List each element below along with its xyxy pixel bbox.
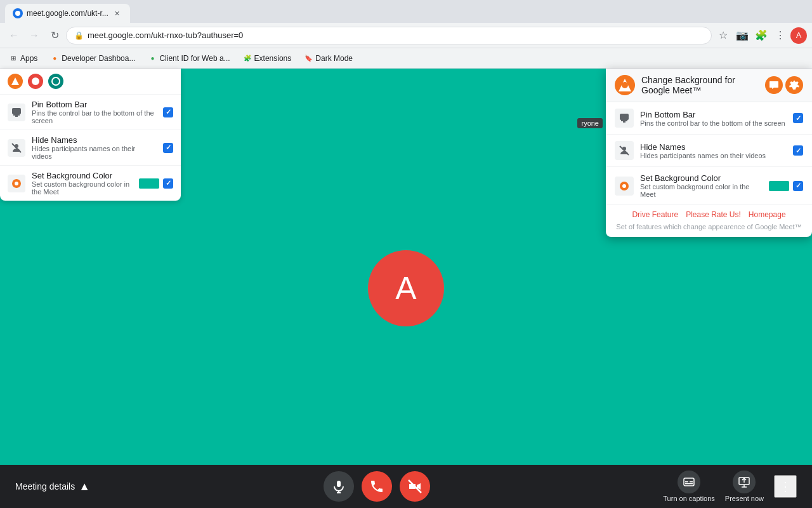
lp-hide-names-checkbox[interactable] <box>163 143 173 153</box>
svg-rect-5 <box>13 114 20 116</box>
video-button[interactable] <box>400 471 430 502</box>
bookmark-apps-label: Apps <box>20 54 37 63</box>
ext-chat-icon-btn[interactable] <box>765 76 783 94</box>
ext-header-icons <box>765 76 803 94</box>
lp-bg-desc: Set custom background color in the Meet <box>32 180 133 196</box>
present-now-label: Present now <box>725 495 764 502</box>
participant-tooltip: ryone <box>577 118 603 128</box>
lock-icon: 🔒 <box>74 31 84 40</box>
lp-bg-text: Set Background Color Set custom backgrou… <box>32 171 133 196</box>
ext-header: Change Background for Google Meet™ <box>606 69 812 102</box>
svg-rect-6 <box>15 116 18 117</box>
avatar-letter: A <box>395 270 416 307</box>
tab-close-btn[interactable]: ✕ <box>112 8 122 18</box>
media-button[interactable]: 📷 <box>733 27 751 44</box>
ext-hide-names-row: Hide Names Hides participants names on t… <box>606 135 812 167</box>
homepage-link[interactable]: Homepage <box>749 210 786 219</box>
bottom-left: Meeting details ▲ <box>15 480 90 493</box>
drive-feature-link[interactable]: Drive Feature <box>632 210 678 219</box>
extensions-button[interactable]: 🧩 <box>752 27 770 44</box>
lp-icon-red[interactable] <box>28 74 43 89</box>
bottom-control-bar: Meeting details ▲ <box>0 465 812 508</box>
ext-hide-names-checkbox[interactable] <box>793 145 803 156</box>
ext-bg-icon <box>615 177 634 196</box>
browser-frame: meet.google.com/ukt-r... ✕ ← → ↻ 🔒 meet.… <box>0 0 812 69</box>
bookmark-dark-mode[interactable]: 🔖 Dark Mode <box>300 53 357 64</box>
address-bar: ← → ↻ 🔒 meet.google.com/ukt-rnxo-tub?aut… <box>0 23 812 48</box>
chrome-menu-button[interactable]: ⋮ <box>771 27 789 44</box>
svg-rect-18 <box>690 481 693 483</box>
lp-bg-checkbox[interactable] <box>163 178 173 189</box>
ext-pin-desc: Pins the control bar to the bottom of th… <box>640 119 787 127</box>
ext-footer-desc: Set of features which change appearence … <box>606 222 812 237</box>
extension-popup: Change Background for Google Meet™ Pin B… <box>606 69 812 237</box>
present-now-button[interactable]: Present now <box>725 471 764 502</box>
lp-bg-title: Set Background Color <box>32 171 133 180</box>
forward-button: → <box>25 27 43 44</box>
ext-bg-color-row: Set Background Color Set custom backgrou… <box>606 167 812 205</box>
ext-bg-checkbox[interactable] <box>793 181 803 191</box>
svg-rect-16 <box>685 481 688 483</box>
ext-hide-names-icon <box>615 141 634 160</box>
lp-pin-icon <box>8 104 25 121</box>
avatar-circle: A <box>368 250 444 326</box>
bookmark-extensions-label: Extensions <box>254 54 292 63</box>
svg-rect-17 <box>685 483 693 485</box>
profile-avatar[interactable]: A <box>790 27 807 44</box>
svg-point-0 <box>15 11 20 16</box>
main-content: Pin Bottom Bar Pins the control bar to t… <box>0 69 812 508</box>
url-bar[interactable]: 🔒 meet.google.com/ukt-rnxo-tub?authuser=… <box>66 27 712 44</box>
bookmark-apps[interactable]: ⊞ Apps <box>5 53 41 64</box>
bookmark-developer[interactable]: ● Developer Dashboa... <box>46 53 139 64</box>
lp-hide-names-icon <box>8 139 25 157</box>
svg-rect-11 <box>337 481 341 487</box>
tab-favicon <box>13 8 23 18</box>
mic-icon <box>332 479 346 493</box>
lp-hide-names-text: Hide Names Hides participants names on t… <box>32 135 157 160</box>
svg-rect-25 <box>620 114 629 120</box>
bookmark-extensions[interactable]: 🧩 Extensions <box>239 53 296 64</box>
svg-rect-4 <box>12 108 21 114</box>
bookmark-client-id[interactable]: ● Client ID for Web a... <box>144 53 233 64</box>
captions-button[interactable]: Turn on captions <box>663 471 715 502</box>
ext-pin-text: Pin Bottom Bar Pins the control bar to t… <box>640 110 787 127</box>
video-off-icon <box>408 479 422 493</box>
meeting-details-button[interactable]: Meeting details ▲ <box>15 480 90 493</box>
chevron-up-icon: ▲ <box>79 480 90 493</box>
bookmarks-bar: ⊞ Apps ● Developer Dashboa... ● Client I… <box>0 48 812 69</box>
ext-hide-names-title: Hide Names <box>640 142 787 152</box>
lp-pin-controls <box>163 107 173 117</box>
end-call-button[interactable] <box>362 471 392 502</box>
lp-bg-color-swatch[interactable] <box>139 178 159 189</box>
left-panel: Pin Bottom Bar Pins the control bar to t… <box>0 69 181 201</box>
svg-point-31 <box>622 184 626 188</box>
back-button: ← <box>5 27 23 44</box>
lp-hide-names-title: Hide Names <box>32 135 157 145</box>
ext-pin-checkbox[interactable] <box>793 113 803 123</box>
bottom-right-actions: Turn on captions Present now ⋮ <box>663 471 797 502</box>
tab-title: meet.google.com/ukt-r... <box>27 9 108 18</box>
mic-button[interactable] <box>324 471 354 502</box>
ext-bg-controls <box>769 181 803 191</box>
rate-us-link[interactable]: Please Rate Us! <box>686 210 741 219</box>
lp-bg-color-row: Set Background Color Set custom backgrou… <box>0 165 181 201</box>
lp-bg-controls <box>139 178 173 189</box>
svg-point-24 <box>622 82 628 88</box>
lp-pin-checkbox[interactable] <box>163 107 173 117</box>
url-text: meet.google.com/ukt-rnxo-tub?authuser=0 <box>88 30 704 40</box>
ext-pin-title: Pin Bottom Bar <box>640 110 787 119</box>
active-tab[interactable]: meet.google.com/ukt-r... ✕ <box>5 4 130 23</box>
ext-gear-icon-btn[interactable] <box>785 76 803 94</box>
lp-icon-teal[interactable] <box>48 74 63 89</box>
bookmark-star-button[interactable]: ☆ <box>714 27 732 44</box>
ext-pin-controls <box>793 113 803 123</box>
lp-icon-orange[interactable] <box>8 74 23 89</box>
svg-rect-27 <box>623 121 625 123</box>
reload-button[interactable]: ↻ <box>46 27 63 44</box>
ext-bg-text: Set Background Color Set custom backgrou… <box>640 173 763 198</box>
ext-hide-names-desc: Hides participants names on their videos <box>640 152 787 159</box>
ext-bg-desc: Set custom background color in the Meet <box>640 183 763 198</box>
developer-icon: ● <box>50 54 59 63</box>
more-options-button[interactable]: ⋮ <box>774 475 797 498</box>
ext-bg-color-swatch[interactable] <box>769 181 789 191</box>
